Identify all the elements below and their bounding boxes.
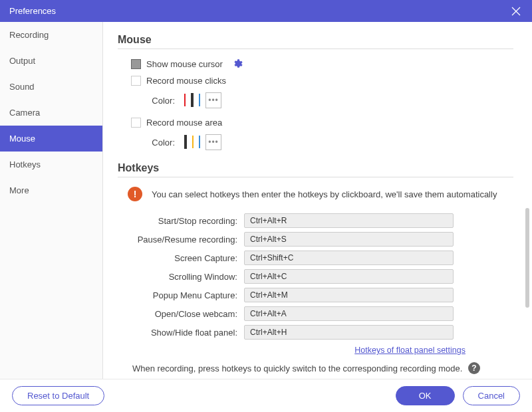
hotkey-label-1: Pause/Resume recording: — [118, 235, 244, 245]
mouse-section-title: Mouse — [118, 34, 513, 49]
close-button[interactable] — [509, 5, 523, 18]
cursor-settings-button[interactable] — [232, 58, 243, 69]
record-clicks-row: Record mouse clicks — [118, 76, 513, 86]
gear-icon — [232, 58, 243, 69]
titlebar: Preferences — [0, 0, 532, 22]
record-clicks-label: Record mouse clicks — [146, 76, 226, 86]
hotkey-row-2: Screen Capture:Ctrl+Shift+C — [118, 251, 513, 265]
clicks-color-swatch-2[interactable] — [199, 94, 200, 106]
hotkey-label-4: Popup Menu Capture: — [118, 290, 244, 300]
sidebar-item-more[interactable]: More — [0, 177, 102, 203]
help-icon[interactable]: ? — [468, 362, 480, 374]
hotkey-input-3[interactable]: Ctrl+Alt+C — [244, 269, 454, 284]
hotkeys-note-row: When recording, press hotkeys to quickly… — [118, 362, 513, 374]
hotkey-label-5: Open/Close webcam: — [118, 309, 244, 319]
area-color-swatch-0[interactable] — [184, 135, 187, 149]
clicks-color-label: Color: — [150, 96, 175, 106]
window-title: Preferences — [9, 6, 56, 16]
cancel-button[interactable]: Cancel — [463, 386, 520, 405]
area-color-swatch-1[interactable] — [192, 136, 194, 148]
hotkey-row-3: Scrolling Window:Ctrl+Alt+C — [118, 269, 513, 284]
hotkey-row-1: Pause/Resume recording:Ctrl+Alt+S — [118, 232, 513, 247]
reset-button[interactable]: Reset to Default — [12, 386, 104, 405]
float-panel-settings-link[interactable]: Hotkeys of float panel settings — [354, 346, 466, 355]
show-cursor-label: Show mouse cursor — [146, 59, 223, 69]
hotkey-input-1[interactable]: Ctrl+Alt+S — [244, 232, 454, 247]
hotkeys-note-text: When recording, press hotkeys to quickly… — [132, 363, 463, 373]
hotkey-input-6[interactable]: Ctrl+Alt+H — [244, 325, 454, 340]
show-cursor-checkbox[interactable] — [131, 59, 141, 69]
float-panel-link-row: Hotkeys of float panel settings — [118, 344, 513, 356]
sidebar-item-output[interactable]: Output — [0, 48, 102, 74]
hotkey-label-2: Screen Capture: — [118, 253, 244, 263]
record-clicks-checkbox[interactable] — [131, 76, 141, 86]
hotkey-label-3: Scrolling Window: — [118, 272, 244, 282]
sidebar-item-hotkeys[interactable]: Hotkeys — [0, 152, 102, 177]
ok-button[interactable]: OK — [396, 386, 455, 405]
clicks-color-row: Color: ••• — [118, 92, 513, 108]
hotkeys-info-text: You can select hotkeys then enter the ho… — [152, 189, 497, 199]
hotkey-input-0[interactable]: Ctrl+Alt+R — [244, 213, 454, 228]
info-icon: ! — [128, 187, 142, 201]
area-color-label: Color: — [150, 138, 175, 148]
record-area-row: Record mouse area — [118, 118, 513, 128]
hotkeys-info-row: ! You can select hotkeys then enter the … — [118, 187, 513, 201]
hotkeys-section-title: Hotkeys — [118, 162, 513, 177]
hotkey-row-4: Popup Menu Capture:Ctrl+Alt+M — [118, 288, 513, 302]
hotkey-label-0: Start/Stop recording: — [118, 216, 244, 226]
clicks-color-more[interactable]: ••• — [205, 92, 221, 108]
hotkey-row-0: Start/Stop recording:Ctrl+Alt+R — [118, 213, 513, 228]
content-pane: Mouse Show mouse cursor Record mouse cli… — [103, 22, 532, 379]
hotkey-input-4[interactable]: Ctrl+Alt+M — [244, 288, 454, 302]
sidebar-item-recording[interactable]: Recording — [0, 22, 102, 48]
sidebar-item-mouse[interactable]: Mouse — [0, 126, 102, 152]
scrollbar-thumb[interactable] — [525, 208, 529, 308]
sidebar-item-camera[interactable]: Camera — [0, 100, 102, 126]
hotkey-label-6: Show/Hide float panel: — [118, 328, 244, 338]
hotkey-input-5[interactable]: Ctrl+Alt+A — [244, 306, 454, 321]
area-color-more[interactable]: ••• — [205, 134, 221, 150]
area-color-swatch-2[interactable] — [199, 136, 200, 148]
hotkey-row-6: Show/Hide float panel:Ctrl+Alt+H — [118, 325, 513, 340]
hotkey-input-2[interactable]: Ctrl+Shift+C — [244, 251, 454, 265]
clicks-color-swatch-0[interactable] — [184, 94, 186, 106]
record-area-label: Record mouse area — [146, 118, 222, 128]
sidebar: RecordingOutputSoundCameraMouseHotkeysMo… — [0, 22, 103, 379]
clicks-color-swatch-1[interactable] — [191, 93, 194, 107]
area-color-row: Color: ••• — [118, 134, 513, 150]
show-cursor-row: Show mouse cursor — [118, 58, 513, 69]
record-area-checkbox[interactable] — [131, 118, 141, 128]
footer: Reset to Default OK Cancel — [0, 379, 532, 412]
hotkey-row-5: Open/Close webcam:Ctrl+Alt+A — [118, 306, 513, 321]
close-icon — [511, 7, 521, 16]
sidebar-item-sound[interactable]: Sound — [0, 74, 102, 100]
